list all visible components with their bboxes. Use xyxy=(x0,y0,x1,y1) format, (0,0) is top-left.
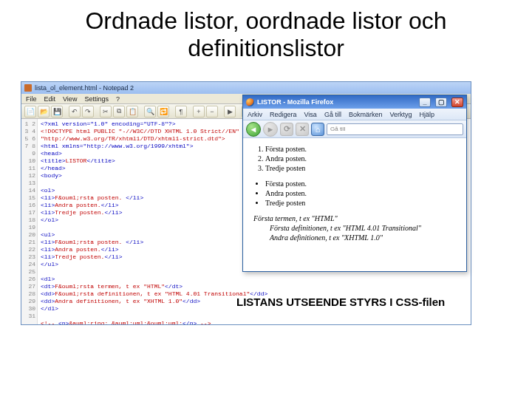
close-button[interactable]: ✕ xyxy=(451,98,463,107)
notepad-app-icon xyxy=(24,84,32,92)
address-bar[interactable]: Gå till xyxy=(327,123,463,135)
notepad-title-text: lista_ol_element.html - Notepad 2 xyxy=(35,84,134,92)
cut-icon[interactable]: ✂ xyxy=(100,106,112,117)
minimize-button[interactable]: _ xyxy=(419,98,431,107)
forward-button[interactable]: ► xyxy=(263,122,278,137)
definition-term: Första termen, t ex "HTML" xyxy=(253,214,457,223)
find-icon[interactable]: 🔍 xyxy=(144,106,156,117)
definition-desc: Första definitionen, t ex "HTML 4.01 Tra… xyxy=(270,223,457,233)
home-button[interactable]: ⌂ xyxy=(311,123,324,136)
run-icon[interactable]: ▶ xyxy=(224,106,236,117)
firefox-title-text: LISTOR - Mozilla Firefox xyxy=(257,98,333,106)
open-file-icon[interactable]: 📂 xyxy=(38,106,50,117)
slide-title: Ordnade listor, oordnade listor och defi… xyxy=(0,0,532,68)
address-placeholder: Gå till xyxy=(330,126,345,132)
list-item: Andra posten. xyxy=(265,188,457,198)
copy-icon[interactable]: ⧉ xyxy=(113,106,125,117)
new-file-icon[interactable]: 📄 xyxy=(24,106,36,117)
firefox-titlebar: LISTOR - Mozilla Firefox _ ▢ ✕ xyxy=(243,95,466,109)
rendered-ordered-list: Första posten. Andra posten. Tredje post… xyxy=(265,144,457,173)
back-button[interactable]: ◄ xyxy=(246,122,261,137)
paste-icon[interactable]: 📋 xyxy=(126,106,138,117)
firefox-menubar[interactable]: Arkiv Redigera Visa Gå till Bokmärken Ve… xyxy=(243,109,466,120)
ff-menu-arkiv[interactable]: Arkiv xyxy=(248,111,262,118)
list-item: Första posten. xyxy=(265,179,457,188)
rendered-definition-list: Första termen, t ex "HTML" Första defini… xyxy=(253,214,457,242)
definition-desc: Andra definitionen, t ex "XHTML 1.0" xyxy=(270,233,457,242)
redo-icon[interactable]: ↷ xyxy=(82,106,94,117)
undo-icon[interactable]: ↶ xyxy=(69,106,81,117)
firefox-toolbar: ◄ ► ⟳ ✕ ⌂ Gå till xyxy=(243,120,466,138)
wrap-icon[interactable]: ¶ xyxy=(175,106,187,117)
menu-view[interactable]: View xyxy=(63,95,77,103)
maximize-button[interactable]: ▢ xyxy=(435,98,447,107)
menu-edit[interactable]: Edit xyxy=(44,95,56,103)
menu-help[interactable]: ? xyxy=(116,95,120,103)
stop-button[interactable]: ✕ xyxy=(296,123,309,136)
list-item: Tredje posten xyxy=(265,198,457,208)
notepad-titlebar: lista_ol_element.html - Notepad 2 xyxy=(21,82,471,94)
line-number-gutter: 1 2 3 4 5 6 7 8 9 10 11 12 13 14 15 16 1… xyxy=(21,119,38,324)
ff-menu-redigera[interactable]: Redigera xyxy=(270,111,297,118)
ff-menu-ga[interactable]: Gå till xyxy=(324,111,341,118)
rendered-unordered-list: Första posten. Andra posten. Tredje post… xyxy=(265,179,457,208)
ff-menu-hjalp[interactable]: Hjälp xyxy=(419,111,434,118)
list-item: Tredje posten xyxy=(265,163,457,173)
zoom-out-icon[interactable]: − xyxy=(206,106,218,117)
ff-menu-bokmarken[interactable]: Bokmärken xyxy=(349,111,383,118)
firefox-app-icon xyxy=(246,98,254,106)
replace-icon[interactable]: 🔁 xyxy=(157,106,169,117)
save-file-icon[interactable]: 💾 xyxy=(51,106,63,117)
ff-menu-visa[interactable]: Visa xyxy=(304,111,317,118)
ff-menu-verktyg[interactable]: Verktyg xyxy=(389,111,412,118)
menu-file[interactable]: File xyxy=(26,95,37,103)
list-item: Första posten. xyxy=(265,144,457,154)
firefox-window: LISTOR - Mozilla Firefox _ ▢ ✕ Arkiv Red… xyxy=(242,95,467,272)
list-item: Andra posten. xyxy=(265,154,457,163)
reload-button[interactable]: ⟳ xyxy=(280,123,293,136)
zoom-in-icon[interactable]: + xyxy=(193,106,205,117)
slide-caption: LISTANS UTSEENDE STYRS I CSS-filen xyxy=(236,296,445,308)
firefox-page-content: Första posten. Andra posten. Tredje post… xyxy=(243,138,466,248)
menu-settings[interactable]: Settings xyxy=(84,95,109,103)
